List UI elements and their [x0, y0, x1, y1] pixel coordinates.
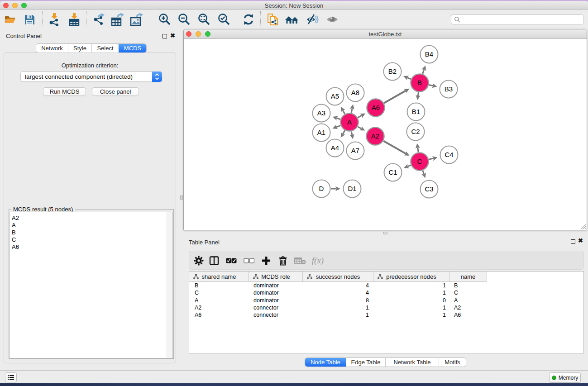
mcds-result-item[interactable]: A [12, 222, 19, 229]
apply-layout-button[interactable] [241, 12, 256, 27]
mcds-result-item[interactable]: A2 [12, 214, 19, 222]
cell-successor-nodes[interactable]: 8 [303, 297, 373, 304]
unselect-all-columns-button[interactable] [242, 253, 256, 268]
network-canvas[interactable]: AA1A2A3A4A5A6A7A8BB1B2B3B4CC1C2C3C4DD1 [184, 39, 587, 230]
cell-successor-nodes[interactable]: 1 [303, 311, 373, 319]
edge-A-A2[interactable] [358, 127, 361, 129]
cell-MCDS-role[interactable]: connector [249, 304, 303, 311]
save-session-button[interactable] [22, 12, 37, 27]
table-settings-button[interactable] [191, 253, 206, 268]
tab-network[interactable]: Network [36, 44, 68, 52]
cell-predecessor-nodes[interactable]: 1 [373, 289, 449, 296]
edge-A-A6[interactable] [358, 115, 362, 118]
cell-name[interactable]: A6 [449, 311, 487, 319]
tab-select[interactable]: Select [91, 44, 119, 52]
edge-A-A3[interactable] [336, 118, 340, 119]
delete-column-button[interactable] [276, 253, 290, 268]
edge-A-A5[interactable] [343, 110, 345, 114]
edge-A-A8[interactable] [351, 108, 352, 113]
mcds-result-list[interactable]: A2ABCA6 [10, 212, 173, 358]
network-overview-button[interactable] [284, 12, 300, 27]
column-header-shared-name[interactable]: shared name [189, 272, 249, 282]
cell-shared-name[interactable]: B [189, 282, 249, 289]
cell-predecessor-nodes[interactable]: 0 [373, 297, 449, 304]
import-table-button[interactable] [67, 12, 82, 27]
close-panel-button[interactable]: Close panel [92, 87, 139, 96]
tab-node-table[interactable]: Node Table [305, 358, 346, 367]
edge-C-C1[interactable] [407, 165, 411, 167]
cell-MCDS-role[interactable]: dominator [249, 297, 303, 304]
function-builder-button[interactable]: f(x) [310, 253, 326, 268]
table-row[interactable]: Bdominator41B [189, 282, 583, 289]
edge-B-B4[interactable] [423, 69, 424, 74]
cell-predecessor-nodes[interactable]: 1 [373, 311, 449, 319]
cell-predecessor-nodes[interactable]: 1 [373, 282, 449, 289]
zoom-in-button[interactable] [157, 12, 172, 27]
edge-C-C3[interactable] [423, 171, 424, 174]
cell-name[interactable]: C [449, 289, 487, 296]
column-header-successor-nodes[interactable]: successor nodes [303, 272, 373, 282]
search-box[interactable] [451, 14, 584, 24]
column-header-name[interactable]: name [449, 272, 487, 282]
zoom-selected-button[interactable] [216, 12, 231, 27]
column-header-predecessor-nodes[interactable]: predecessor nodes [373, 272, 449, 282]
cell-successor-nodes[interactable]: 1 [303, 304, 373, 311]
tab-style[interactable]: Style [68, 44, 91, 52]
run-mcds-button[interactable]: Run MCDS [43, 87, 86, 96]
edge-C-C4[interactable] [429, 158, 433, 159]
edge-A-A7[interactable] [351, 132, 352, 135]
table-float-panel-icon[interactable] [571, 239, 575, 244]
tab-mcds[interactable]: MCDS [119, 44, 146, 52]
mcds-result-item[interactable]: C [12, 236, 19, 243]
horizontal-split-handle[interactable] [383, 232, 387, 234]
export-image-button[interactable] [129, 12, 144, 27]
show-panels-button[interactable] [5, 372, 17, 382]
cell-MCDS-role[interactable]: connector [249, 311, 303, 319]
tab-motifs[interactable]: Motifs [439, 358, 466, 367]
hide-selected-button[interactable] [305, 12, 320, 27]
memory-button[interactable]: Memory [549, 372, 581, 383]
resize-grip-icon[interactable] [580, 224, 586, 229]
edge-A-A1[interactable] [336, 125, 340, 127]
edge-A-A4[interactable] [343, 130, 345, 134]
table-row[interactable]: Cdominator41C [189, 289, 583, 296]
tab-network-table[interactable]: Network Table [385, 358, 439, 367]
mcds-result-item[interactable]: A6 [12, 243, 19, 251]
edge-B-B2[interactable] [407, 77, 411, 79]
zoom-fit-button[interactable] [196, 12, 211, 27]
criterion-dropdown[interactable]: largest connected component (directed) [20, 71, 162, 82]
edge-A6-B[interactable] [384, 91, 406, 103]
float-panel-icon[interactable] [163, 34, 167, 38]
edge-B-B3[interactable] [429, 85, 433, 86]
show-column-panel-button[interactable] [207, 253, 221, 268]
table-close-panel-icon[interactable]: ✖ [578, 237, 583, 245]
close-panel-icon[interactable]: ✖ [170, 32, 175, 40]
table-row[interactable]: A6connector11A6 [189, 311, 583, 319]
vertical-split-handle[interactable] [180, 195, 183, 200]
create-column-button[interactable] [259, 253, 273, 268]
cell-MCDS-role[interactable]: dominator [249, 282, 303, 289]
delete-table-button[interactable] [293, 253, 307, 268]
cell-name[interactable]: A [449, 297, 487, 304]
cell-shared-name[interactable]: A6 [189, 311, 249, 319]
cell-successor-nodes[interactable]: 4 [303, 282, 373, 289]
table-row[interactable]: Adominator80A [189, 297, 583, 304]
import-network-button[interactable] [47, 12, 62, 27]
cell-predecessor-nodes[interactable]: 1 [373, 304, 449, 311]
zoom-out-button[interactable] [176, 12, 191, 27]
clone-network-button[interactable] [266, 12, 281, 27]
cell-name[interactable]: A2 [449, 304, 487, 311]
tab-edge-table[interactable]: Edge Table [346, 358, 385, 367]
export-table-button[interactable] [110, 12, 125, 27]
mcds-result-item[interactable]: B [12, 229, 19, 236]
show-all-button[interactable] [325, 12, 340, 27]
edge-C-C2[interactable] [418, 148, 418, 152]
export-network-button[interactable] [91, 12, 107, 27]
cell-shared-name[interactable]: A2 [189, 304, 249, 311]
cell-shared-name[interactable]: C [189, 289, 249, 296]
search-input[interactable] [462, 16, 583, 23]
edge-B-B1[interactable] [418, 92, 418, 96]
cell-name[interactable]: B [449, 282, 487, 289]
column-header-MCDS-role[interactable]: MCDS role [249, 272, 303, 282]
edge-A2-C[interactable] [383, 141, 406, 153]
